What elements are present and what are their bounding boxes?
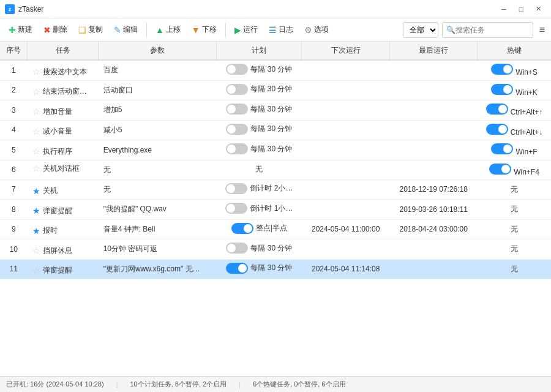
maximize-button[interactable]: □ — [513, 3, 529, 15]
run-icon: ▶ — [234, 25, 241, 35]
cell-hotkey: 无 — [478, 239, 551, 260]
minimize-button[interactable]: ─ — [496, 3, 512, 15]
table-row[interactable]: 5☆执行程序Everything.exe每隔 30 分钟Win+F — [0, 140, 551, 160]
star-icon[interactable]: ★ — [32, 206, 40, 216]
toolbar-right: 全部 启用 禁用 🔍 ≡ — [403, 22, 547, 38]
cell-task: ★关机 — [28, 183, 99, 199]
plan-label: 每隔 30 分钟 — [250, 263, 292, 273]
table-row[interactable]: 10☆挡屏休息10分钟 密码可返每隔 30 分钟无 — [0, 239, 551, 260]
task-name-label: 关机对话框 — [43, 164, 80, 174]
hotkey-toggle[interactable] — [486, 124, 508, 135]
plan-label: 每隔 30 分钟 — [250, 64, 292, 75]
move-down-button[interactable]: ▼ 下移 — [187, 21, 222, 39]
plan-toggle[interactable] — [226, 263, 248, 274]
plan-toggle[interactable] — [231, 223, 253, 234]
close-button[interactable]: ✕ — [530, 3, 546, 15]
star-icon[interactable]: ☆ — [32, 127, 40, 137]
task-name-label: 减小音量 — [43, 126, 72, 137]
task-name-label: 弹窗提醒 — [43, 265, 72, 276]
cell-next-run — [302, 80, 390, 100]
cell-param: 百度 — [99, 60, 217, 80]
plan-toggle[interactable] — [226, 104, 248, 115]
star-icon[interactable]: ☆ — [32, 67, 40, 77]
star-icon[interactable]: ☆ — [32, 266, 40, 276]
task-name-label: 结束活动窗… — [43, 86, 87, 97]
search-icon: 🔍 — [446, 26, 455, 34]
header-seq: 序号 — [0, 42, 28, 60]
cell-hotkey: 无 — [478, 219, 551, 239]
cell-seq: 1 — [0, 60, 28, 80]
hotkey-toggle[interactable] — [491, 84, 513, 95]
cell-last-run: 2018-12-19 07:26:18 — [389, 179, 478, 200]
star-icon[interactable]: ☆ — [32, 107, 40, 116]
titlebar: z zTasker ─ □ ✕ — [0, 0, 551, 18]
header-task: 任务 — [28, 42, 99, 60]
cell-last-run — [389, 60, 478, 80]
main-content: 序号 任务 参数 计划 下次运行 最后运行 热键 1☆搜索选中文本百度每隔 30… — [0, 42, 551, 376]
copy-button[interactable]: ❏ 复制 — [73, 21, 108, 39]
table-row[interactable]: 3☆增加音量增加5每隔 30 分钟Ctrl+Alt+↑ — [0, 100, 551, 121]
cell-task: ☆增加音量 — [28, 104, 99, 120]
plan-toggle[interactable] — [226, 243, 248, 254]
new-button[interactable]: ✚ 新建 — [4, 21, 37, 39]
cell-plan: 每隔 30 分钟 — [217, 61, 302, 78]
cell-param: 10分钟 密码可返 — [99, 239, 217, 260]
table-row[interactable]: 2☆结束活动窗…活动窗口每隔 30 分钟Win+K — [0, 80, 551, 100]
task-name-label: 挡屏休息 — [43, 246, 72, 256]
hotkey-label: Win+K — [515, 88, 538, 97]
header-last-run: 最后运行 — [389, 42, 478, 60]
copy-icon: ❏ — [78, 25, 86, 35]
table-row[interactable]: 8★弹窗提醒"我的提醒" QQ.wav倒计时 1小…2019-03-26 10:… — [0, 200, 551, 220]
plan-toggle[interactable] — [225, 203, 247, 214]
table-row[interactable]: 6☆关机对话框无无Win+F4 — [0, 160, 551, 179]
cell-plan: 每隔 30 分钟 — [217, 100, 302, 118]
table-row[interactable]: 7★关机无倒计时 2小…2018-12-19 07:26:18无 — [0, 179, 551, 200]
star-icon[interactable]: ☆ — [32, 246, 40, 255]
table-row[interactable]: 11☆弹窗提醒"更新刀网www.x6g.com" 无…每隔 30 分钟2024-… — [0, 259, 551, 279]
hotkey-toggle[interactable] — [486, 104, 508, 115]
hotkey-toggle[interactable] — [489, 164, 511, 175]
options-button[interactable]: ⚙ 选项 — [299, 21, 334, 39]
cell-param: 增加5 — [99, 100, 217, 121]
filter-select[interactable]: 全部 启用 禁用 — [403, 22, 438, 38]
hotkey-label: Win+S — [515, 68, 538, 77]
cell-last-run — [389, 80, 478, 100]
plan-toggle[interactable] — [225, 183, 247, 194]
task-name-label: 报时 — [43, 225, 58, 236]
cell-hotkey: Ctrl+Alt+↑ — [478, 100, 551, 121]
table-row[interactable]: 9★报时音量4 钟声: Bell整点|半点2024-05-04 11:00:00… — [0, 219, 551, 239]
plan-toggle[interactable] — [226, 124, 248, 135]
cell-task: ☆关机对话框 — [28, 160, 99, 177]
table-row[interactable]: 4☆减小音量减小5每隔 30 分钟Ctrl+Alt+↓ — [0, 120, 551, 140]
hotkey-label: Ctrl+Alt+↑ — [511, 108, 543, 116]
cell-plan: 每隔 30 分钟 — [217, 121, 302, 138]
search-input[interactable] — [455, 26, 529, 34]
hotkey-toggle[interactable] — [491, 143, 513, 154]
star-icon[interactable]: ☆ — [32, 164, 40, 173]
move-up-button[interactable]: ▲ 上移 — [151, 21, 186, 39]
menu-button[interactable]: ≡ — [537, 22, 547, 38]
cell-task: ☆执行程序 — [28, 143, 99, 160]
cell-last-run: 2018-04-24 03:00:00 — [389, 219, 478, 239]
cell-seq: 4 — [0, 120, 28, 140]
edit-button[interactable]: ✎ 编辑 — [109, 21, 143, 39]
delete-button[interactable]: ✖ 删除 — [39, 21, 72, 39]
plan-toggle[interactable] — [226, 64, 248, 75]
header-next-run: 下次运行 — [302, 42, 390, 60]
table-row[interactable]: 1☆搜索选中文本百度每隔 30 分钟Win+S — [0, 60, 551, 80]
run-button[interactable]: ▶ 运行 — [230, 21, 263, 39]
log-button[interactable]: ☰ 日志 — [264, 21, 298, 39]
cell-plan: 每隔 30 分钟 — [217, 81, 302, 98]
star-icon[interactable]: ★ — [32, 226, 40, 236]
hotkey-label: 无 — [511, 185, 518, 194]
star-icon[interactable]: ☆ — [32, 87, 40, 97]
cell-last-run — [389, 160, 478, 179]
star-icon[interactable]: ★ — [32, 186, 40, 196]
plan-toggle[interactable] — [226, 143, 248, 154]
app-title: zTasker — [18, 5, 496, 13]
plan-toggle[interactable] — [226, 84, 248, 95]
star-icon[interactable]: ☆ — [32, 146, 40, 156]
cell-param: 音量4 钟声: Bell — [99, 219, 217, 239]
hotkey-toggle[interactable] — [491, 64, 513, 75]
toolbar: ✚ 新建 ✖ 删除 ❏ 复制 ✎ 编辑 ▲ 上移 ▼ 下移 ▶ 运行 ☰ 日志 … — [0, 18, 551, 42]
